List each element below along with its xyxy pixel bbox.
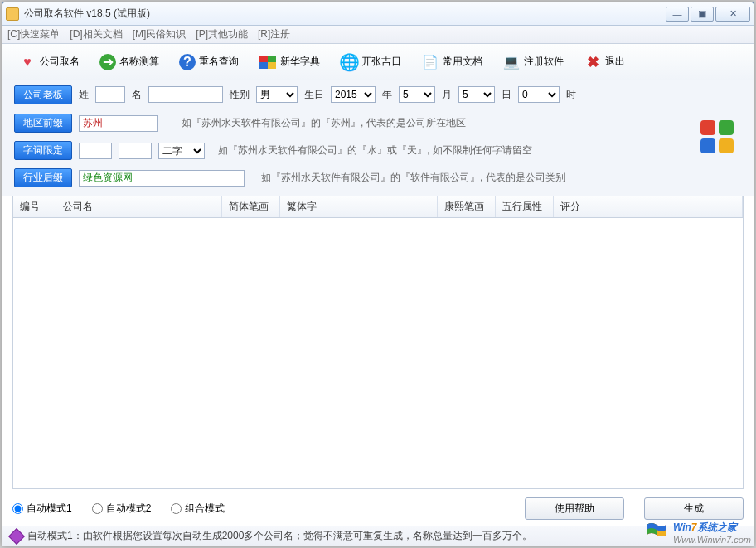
gender-label: 性别 <box>230 88 250 102</box>
arrow-icon: ➔ <box>99 54 116 70</box>
flag-icon <box>259 53 277 71</box>
menu-register[interactable]: [R]注册 <box>258 27 290 41</box>
gender-select[interactable]: 男 <box>256 86 298 103</box>
menu-quick[interactable]: [C]快速菜单 <box>7 27 60 41</box>
svg-rect-0 <box>259 56 268 62</box>
doc-icon: 📄 <box>421 53 439 71</box>
col-id[interactable]: 编号 <box>13 196 56 217</box>
toolbar: ♥公司取名 ➔名称测算 ?重名查询 新华字典 🌐开张吉日 📄常用文档 💻注册软件… <box>2 44 754 80</box>
tb-opening-date[interactable]: 🌐开张吉日 <box>332 49 409 75</box>
generate-button[interactable]: 生成 <box>644 497 744 520</box>
word1-input[interactable] <box>79 143 112 159</box>
laptop-icon: 💻 <box>502 53 521 71</box>
col-wuxing[interactable]: 五行属性 <box>496 196 554 217</box>
heart-icon: ♥ <box>18 53 36 71</box>
surname-label: 姓 <box>79 88 89 102</box>
tb-dictionary[interactable]: 新华字典 <box>251 49 327 75</box>
tb-duplicate-check[interactable]: ?重名查询 <box>172 50 246 75</box>
mode1-radio[interactable]: 自动模式1 <box>12 502 72 516</box>
tb-name-test[interactable]: ➔名称测算 <box>92 50 167 75</box>
mode-row: 自动模式1 自动模式2 组合模式 使用帮助 生成 <box>12 494 744 522</box>
col-traditional[interactable]: 繁体字 <box>280 196 438 217</box>
question-icon: ? <box>179 54 196 70</box>
svg-rect-6 <box>700 138 715 153</box>
table-header: 编号 公司名 简体笔画 繁体字 康熙笔画 五行属性 评分 <box>13 196 743 218</box>
industry-input[interactable] <box>79 170 245 187</box>
region-prefix-button[interactable]: 地区前缀 <box>14 114 72 133</box>
year-select[interactable]: 2015 <box>331 86 376 103</box>
tb-exit[interactable]: ✖退出 <box>576 49 632 75</box>
table-body[interactable] <box>13 218 743 488</box>
given-label: 名 <box>132 88 142 102</box>
results-table: 编号 公司名 简体笔画 繁体字 康熙笔画 五行属性 评分 <box>12 196 744 489</box>
day-select[interactable]: 5 <box>458 86 495 103</box>
word-limit-button[interactable]: 字词限定 <box>14 141 72 160</box>
svg-rect-5 <box>719 120 734 135</box>
industry-suffix-button[interactable]: 行业后缀 <box>14 168 72 187</box>
region-input[interactable] <box>79 115 158 132</box>
boss-button[interactable]: 公司老板 <box>14 85 72 104</box>
boss-info-row: 公司老板 姓 名 性别 男 生日 2015 年 5 月 5 日 0 时 <box>2 80 754 109</box>
surname-input[interactable] <box>95 86 125 103</box>
word2-input[interactable] <box>119 143 152 159</box>
mode3-radio[interactable]: 组合模式 <box>171 502 225 516</box>
statusbar: 自动模式1：由软件根据您设置每次自动生成2000多个公司名；觉得不满意可重复生成… <box>2 526 754 546</box>
col-company[interactable]: 公司名 <box>56 196 222 217</box>
menu-other[interactable]: [P]其他功能 <box>196 27 248 41</box>
tb-register[interactable]: 💻注册软件 <box>495 49 571 75</box>
menu-docs[interactable]: [D]相关文档 <box>70 27 122 41</box>
svg-rect-4 <box>700 120 715 135</box>
col-kangxi-strokes[interactable]: 康熙笔画 <box>438 196 496 217</box>
help-button[interactable]: 使用帮助 <box>525 497 624 520</box>
svg-rect-2 <box>259 62 268 69</box>
word-count-select[interactable]: 二字 <box>158 143 205 159</box>
hour-select[interactable]: 0 <box>518 86 560 103</box>
window-title: 公司取名软件 v18.5 (试用版) <box>24 7 666 21</box>
tb-company-naming[interactable]: ♥公司取名 <box>11 49 87 75</box>
params-panel: 地区前缀 如『苏州水天软件有限公司』的『苏州』, 代表的是公司所在地区 字词限定… <box>2 109 754 196</box>
mode2-radio[interactable]: 自动模式2 <box>92 502 152 516</box>
minimize-button[interactable]: — <box>666 7 689 22</box>
app-icon <box>6 7 19 21</box>
app-window: 公司取名软件 v18.5 (试用版) — ▣ ✕ [C]快速菜单 [D]相关文档… <box>2 2 754 546</box>
col-score[interactable]: 评分 <box>554 196 743 217</box>
birth-label: 生日 <box>304 88 324 102</box>
book-icon <box>8 528 25 545</box>
menu-folk[interactable]: [M]民俗知识 <box>133 27 187 41</box>
industry-hint: 如『苏州水天软件有限公司』的『软件有限公司』, 代表的是公司类别 <box>261 171 565 185</box>
svg-rect-3 <box>268 62 276 69</box>
close-button[interactable]: ✕ <box>715 7 750 22</box>
region-hint: 如『苏州水天软件有限公司』的『苏州』, 代表的是公司所在地区 <box>182 116 466 130</box>
svg-rect-7 <box>719 138 734 153</box>
month-select[interactable]: 5 <box>399 86 435 103</box>
status-text: 自动模式1：由软件根据您设置每次自动生成2000多个公司名；觉得不满意可重复生成… <box>27 529 532 543</box>
office-icon <box>697 117 737 157</box>
given-input[interactable] <box>148 86 223 103</box>
tb-docs[interactable]: 📄常用文档 <box>414 49 490 75</box>
maximize-button[interactable]: ▣ <box>691 7 714 22</box>
menubar: [C]快速菜单 [D]相关文档 [M]民俗知识 [P]其他功能 [R]注册 <box>2 26 754 44</box>
word-hint: 如『苏州水天软件有限公司』的『水』或『天』, 如不限制任何字请留空 <box>218 143 532 158</box>
globe-icon: 🌐 <box>340 53 358 71</box>
col-simplified-strokes[interactable]: 简体笔画 <box>222 196 280 217</box>
titlebar[interactable]: 公司取名软件 v18.5 (试用版) — ▣ ✕ <box>2 2 754 26</box>
svg-rect-1 <box>268 56 276 62</box>
x-icon: ✖ <box>584 53 602 71</box>
